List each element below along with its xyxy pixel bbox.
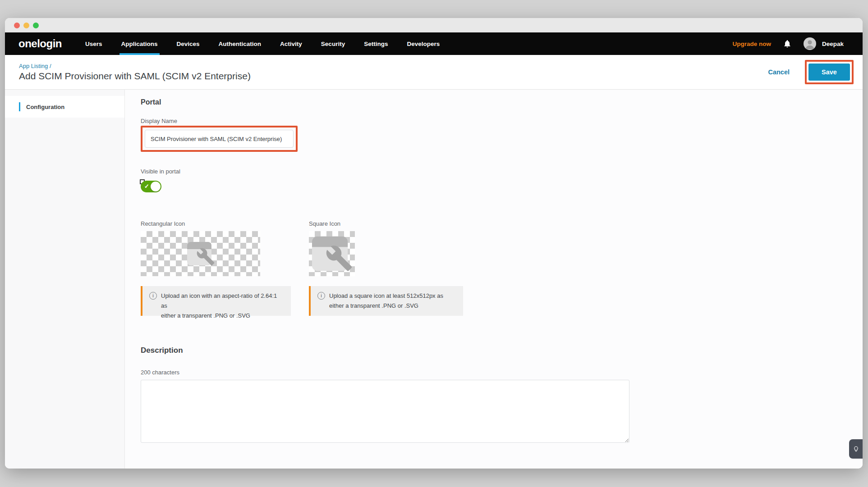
- nav-item-security[interactable]: Security: [321, 32, 345, 55]
- sidebar-item-configuration[interactable]: Configuration: [5, 96, 124, 118]
- sidebar: Configuration: [5, 90, 125, 469]
- square-icon-hint: Upload a square icon at least 512x512px …: [309, 286, 463, 316]
- user-name: Deepak: [822, 41, 844, 47]
- description-textarea[interactable]: [141, 380, 629, 443]
- display-name-input[interactable]: [145, 130, 294, 148]
- visible-in-portal-toggle[interactable]: [141, 181, 161, 192]
- nav-item-activity[interactable]: Activity: [280, 32, 302, 55]
- nav-item-users[interactable]: Users: [85, 32, 102, 55]
- save-button[interactable]: Save: [808, 64, 850, 81]
- user-avatar: [804, 37, 816, 50]
- nav-item-applications[interactable]: Applications: [121, 32, 158, 55]
- lightbulb-icon: [853, 446, 859, 452]
- window-controls: [14, 23, 39, 28]
- rectangular-icon-hint-text: Upload an icon with an aspect-ratio of 2…: [161, 291, 285, 311]
- icon-upload-row: Rectangular Icon Upload: [141, 220, 863, 316]
- square-icon-hint-text: Upload a square icon at least 512x512px …: [329, 291, 443, 311]
- onelogin-logo[interactable]: onelogin: [18, 32, 62, 55]
- page-header: App Listing / Add SCIM Provisioner with …: [5, 55, 863, 90]
- save-annotation-highlight: Save: [805, 60, 854, 84]
- title-block: App Listing / Add SCIM Provisioner with …: [19, 63, 251, 82]
- visible-in-portal-label: Visible in portal: [141, 168, 863, 175]
- rectangular-icon-upload-area[interactable]: [141, 231, 260, 276]
- display-name-label: Display Name: [141, 118, 863, 125]
- navbar-right: Upgrade now Deepak: [732, 32, 863, 55]
- header-actions: Cancel Save: [768, 60, 854, 84]
- display-name-annotation-highlight: [141, 126, 298, 152]
- portal-heading: Portal: [141, 97, 863, 108]
- app-wrench-icon: [310, 234, 354, 273]
- primary-nav: Users Applications Devices Authenticatio…: [85, 32, 440, 55]
- square-icon-upload-area[interactable]: [309, 231, 355, 276]
- rectangular-icon-column: Rectangular Icon Upload: [141, 220, 291, 316]
- help-lightbulb-button[interactable]: [849, 439, 863, 459]
- breadcrumb[interactable]: App Listing /: [19, 63, 251, 69]
- minimize-window-icon[interactable]: [23, 23, 29, 28]
- rectangular-icon-label: Rectangular Icon: [141, 220, 291, 228]
- notifications-bell-icon[interactable]: [783, 39, 792, 48]
- browser-window: onelogin Users Applications Devices Auth…: [5, 18, 863, 469]
- rectangular-icon-hint: Upload an icon with an aspect-ratio of 2…: [141, 286, 291, 316]
- nav-item-devices[interactable]: Devices: [177, 32, 200, 55]
- configuration-content: Portal Display Name Visible in portal Re…: [125, 90, 863, 469]
- nav-item-developers[interactable]: Developers: [407, 32, 440, 55]
- user-menu[interactable]: Deepak: [804, 37, 844, 50]
- sidebar-item-label: Configuration: [26, 104, 64, 110]
- upgrade-now-link[interactable]: Upgrade now: [732, 41, 771, 47]
- toggle-knob: [151, 182, 161, 191]
- visible-in-portal-toggle-wrap: [141, 181, 161, 192]
- top-navbar: onelogin Users Applications Devices Auth…: [5, 32, 863, 55]
- page-body: Configuration Portal Display Name Visibl…: [5, 90, 863, 469]
- nav-item-authentication[interactable]: Authentication: [219, 32, 262, 55]
- info-icon: [317, 292, 325, 300]
- active-indicator-bar: [19, 102, 20, 111]
- nav-item-settings[interactable]: Settings: [364, 32, 388, 55]
- square-icon-column: Square Icon Upload a squ: [309, 220, 463, 316]
- description-heading: Description: [141, 346, 863, 355]
- close-window-icon[interactable]: [14, 23, 20, 28]
- cancel-button[interactable]: Cancel: [768, 68, 790, 76]
- page-title: Add SCIM Provisioner with SAML (SCIM v2 …: [19, 71, 251, 82]
- window-titlebar: [5, 18, 863, 32]
- square-icon-label: Square Icon: [309, 220, 463, 228]
- info-icon: [149, 292, 157, 300]
- character-count-label: 200 characters: [141, 369, 863, 376]
- app-wrench-icon: [186, 240, 216, 267]
- maximize-window-icon[interactable]: [33, 23, 39, 28]
